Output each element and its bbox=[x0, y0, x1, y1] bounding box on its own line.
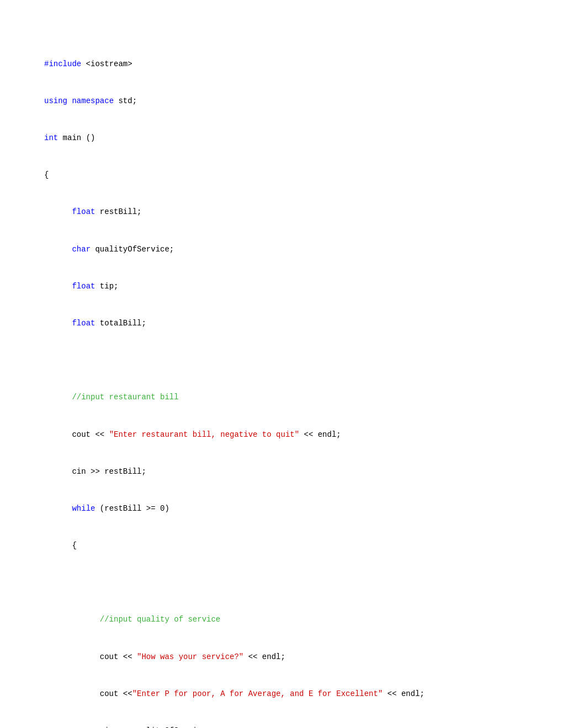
int-keyword: int bbox=[44, 133, 58, 142]
code-line bbox=[44, 576, 519, 588]
code-line: float totalBill; bbox=[44, 317, 519, 329]
code-line: cout <<"Enter P for poor, A for Average,… bbox=[44, 688, 519, 700]
code-line: using namespace std; bbox=[44, 95, 519, 107]
code-line: cin >> qualityOfService; bbox=[44, 725, 519, 728]
code-line: int main () bbox=[44, 132, 519, 144]
code-line: cout << "How was your service?" << endl; bbox=[44, 651, 519, 663]
code-line: while (restBill >= 0) bbox=[44, 502, 519, 515]
using-keyword: using bbox=[44, 97, 67, 105]
code-line: { bbox=[44, 169, 519, 181]
code-line: #include <iostream> bbox=[44, 58, 519, 70]
code-line: char qualityOfService; bbox=[44, 243, 519, 255]
code-line: cout << "Enter restaurant bill, negative… bbox=[44, 429, 519, 441]
code-line bbox=[44, 354, 519, 366]
code-editor: #include <iostream> using namespace std;… bbox=[44, 33, 519, 728]
preprocessor-keyword: #include bbox=[44, 60, 81, 68]
code-line: float restBill; bbox=[44, 206, 519, 218]
code-line: cin >> restBill; bbox=[44, 465, 519, 478]
code-line: { bbox=[44, 539, 519, 552]
code-line: float tip; bbox=[44, 280, 519, 292]
code-line: //input restaurant bill bbox=[44, 391, 519, 403]
code-line: //input quality of service bbox=[44, 613, 519, 625]
namespace-keyword: namespace bbox=[72, 97, 114, 105]
